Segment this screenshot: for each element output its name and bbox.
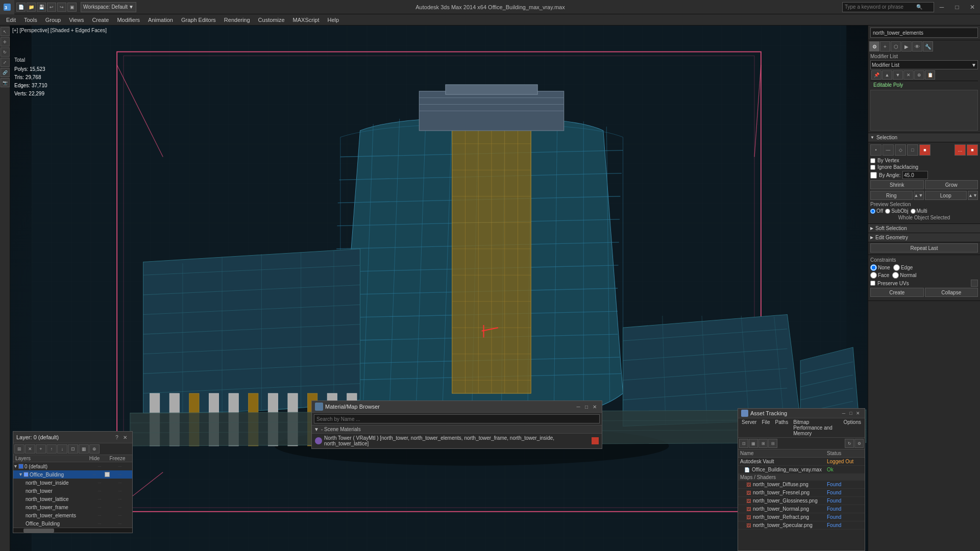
menu-customize[interactable]: Customize xyxy=(254,14,289,26)
element-sel-icon[interactable]: ■ xyxy=(919,144,930,156)
soft-selection-header[interactable]: ▶ Soft Selection xyxy=(868,224,980,233)
asset-panel-minimize[interactable]: ─ xyxy=(840,410,847,417)
maximize-btn[interactable]: □ xyxy=(949,0,965,14)
undo-btn[interactable]: ↩ xyxy=(47,3,56,12)
mod-pin-btn[interactable]: 📌 xyxy=(871,70,881,80)
edge-radio[interactable] xyxy=(893,264,900,271)
layer-add-btn[interactable]: + xyxy=(36,444,46,454)
tab-utilities[interactable]: 🔧 xyxy=(923,41,933,52)
mod-move-down-btn[interactable]: ▼ xyxy=(893,70,903,80)
layer-down-btn[interactable]: ↓ xyxy=(57,444,67,454)
menu-create[interactable]: Create xyxy=(88,14,113,26)
menu-help[interactable]: Help xyxy=(324,14,344,26)
named-sel-icon[interactable]: … xyxy=(954,144,966,156)
ring-spinner[interactable]: ▲▼ xyxy=(914,191,924,200)
asset-tb-refresh[interactable]: ↻ xyxy=(845,439,854,448)
loop-spinner[interactable]: ▲▼ xyxy=(968,191,978,200)
object-name-input[interactable] xyxy=(870,28,978,38)
menu-rendering[interactable]: Rendering xyxy=(220,14,254,26)
poly-sel-icon[interactable]: □ xyxy=(907,144,918,156)
vertex-sel-icon[interactable]: • xyxy=(870,144,881,156)
tab-create[interactable]: + xyxy=(880,41,890,52)
list-item[interactable]: 🖼 north_tower_Specular.png Found xyxy=(738,521,865,530)
layer-scrollbar[interactable] xyxy=(13,528,132,533)
mod-delete-btn[interactable]: ✕ xyxy=(903,70,914,80)
scale-tool[interactable]: ⤢ xyxy=(1,58,10,67)
layer-delete-btn[interactable]: ✕ xyxy=(25,444,35,454)
editable-poly-item[interactable]: Editable Poly xyxy=(870,81,978,89)
sel-icon-red2[interactable]: ■ xyxy=(967,144,978,156)
repeat-last-btn[interactable]: Repeat Last xyxy=(870,243,978,253)
workspace-selector[interactable]: Workspace: Default ▼ xyxy=(81,2,136,12)
grow-btn[interactable]: Grow xyxy=(925,180,978,189)
list-item[interactable]: north_tower_frame ··· ··· xyxy=(13,503,132,511)
asset-menu-file[interactable]: File xyxy=(759,419,772,437)
asset-panel-close[interactable]: ✕ xyxy=(854,410,862,417)
expand-icon[interactable]: ▼ xyxy=(13,464,18,469)
list-item[interactable]: 🖼 north_tower_Normal.png Found xyxy=(738,505,865,513)
asset-tb-2[interactable]: ▦ xyxy=(749,439,758,448)
layer-new-btn[interactable]: ⊞ xyxy=(14,444,24,454)
rotate-tool[interactable]: ↻ xyxy=(1,47,10,57)
loop-btn[interactable]: Loop xyxy=(925,191,967,200)
list-item[interactable]: north_tower_inside ··· ··· xyxy=(13,479,132,487)
mod-copy-btn[interactable]: 📋 xyxy=(925,70,935,80)
menu-views[interactable]: Views xyxy=(65,14,88,26)
list-item[interactable]: 🖼 north_tower_Glossiness.png Found xyxy=(738,497,865,505)
menu-edit[interactable]: Edit xyxy=(2,14,20,26)
list-item[interactable]: 🖼 north_tower_Fresnel.png Found xyxy=(738,489,865,497)
material-search-input[interactable] xyxy=(314,414,600,423)
material-item[interactable]: North Tower ( VRayMtl ) [north_tower, no… xyxy=(312,434,602,448)
edge-sel-icon[interactable]: — xyxy=(883,144,894,156)
list-item[interactable]: 🖼 north_tower_Diffuse.png Found xyxy=(738,481,865,489)
menu-modifiers[interactable]: Modifiers xyxy=(113,14,144,26)
ignore-backfacing-checkbox[interactable] xyxy=(870,165,875,170)
border-sel-icon[interactable]: ◇ xyxy=(895,144,906,156)
asset-menu-server[interactable]: Server xyxy=(739,419,759,437)
list-item[interactable]: north_tower_lattice ··· ··· xyxy=(13,495,132,503)
redo-btn[interactable]: ↪ xyxy=(57,3,66,12)
mod-move-up-btn[interactable]: ▲ xyxy=(882,70,892,80)
tab-display[interactable]: 👁 xyxy=(912,41,922,52)
select-tool[interactable]: ↖ xyxy=(1,27,10,36)
asset-menu-paths[interactable]: Paths xyxy=(773,419,791,437)
layer-up-btn[interactable]: ↑ xyxy=(46,444,57,454)
by-vertex-checkbox[interactable] xyxy=(870,158,875,163)
asset-tb-settings[interactable]: ⚙ xyxy=(854,439,864,448)
subcobj-radio[interactable] xyxy=(885,209,890,214)
ring-btn[interactable]: Ring xyxy=(870,191,913,200)
menu-maxscript[interactable]: MAXScript xyxy=(289,14,324,26)
open-btn[interactable]: 📁 xyxy=(27,3,36,12)
modifier-dropdown[interactable]: Modifier List ▼ xyxy=(870,60,978,69)
collapse-btn[interactable]: Collapse xyxy=(925,288,978,297)
search-input[interactable] xyxy=(845,4,916,10)
new-btn[interactable]: 📄 xyxy=(16,3,26,12)
menu-group[interactable]: Group xyxy=(41,14,65,26)
list-item[interactable]: 🖼 north_tower_Refract.png Found xyxy=(738,513,865,521)
preserve-uvs-settings-btn[interactable] xyxy=(971,280,978,287)
list-item[interactable]: north_tower ··· ··· xyxy=(13,487,132,495)
list-item[interactable]: north_tower_elements ··· ··· xyxy=(13,511,132,519)
mod-instance-btn[interactable]: ⊕ xyxy=(914,70,924,80)
asset-panel-maximize[interactable]: □ xyxy=(847,410,854,417)
layer-help-btn[interactable]: ? xyxy=(113,433,121,441)
list-item[interactable]: ▼ 0 (default) ··· ··· xyxy=(13,462,132,470)
material-browser-close[interactable]: ─ xyxy=(574,403,582,411)
minimize-btn[interactable]: ─ xyxy=(934,0,949,14)
menu-animation[interactable]: Animation xyxy=(144,14,177,26)
preserve-uvs-checkbox[interactable] xyxy=(870,281,875,286)
layer-select-btn[interactable]: ⊡ xyxy=(68,444,78,454)
save-btn[interactable]: 💾 xyxy=(37,3,46,12)
shrink-btn[interactable]: Shrink xyxy=(870,180,924,189)
list-item[interactable]: Autodesk Vault Logged Out xyxy=(738,458,865,466)
list-item[interactable]: 📄 Office_Building_max_vray.max Ok xyxy=(738,466,865,474)
list-item[interactable]: ▼ Office_Building ··· ··· xyxy=(13,470,132,479)
quick-render-btn[interactable]: ▣ xyxy=(67,3,77,12)
material-browser-max[interactable]: □ xyxy=(582,403,591,411)
list-item[interactable]: Office_Building ··· ··· xyxy=(13,519,132,528)
camera-tool[interactable]: 📷 xyxy=(1,78,10,87)
none-radio[interactable] xyxy=(870,264,877,271)
asset-menu-bitmap[interactable]: Bitmap Performance and Memory xyxy=(791,419,841,437)
by-angle-checkbox[interactable] xyxy=(870,172,877,179)
face-radio[interactable] xyxy=(870,272,877,279)
